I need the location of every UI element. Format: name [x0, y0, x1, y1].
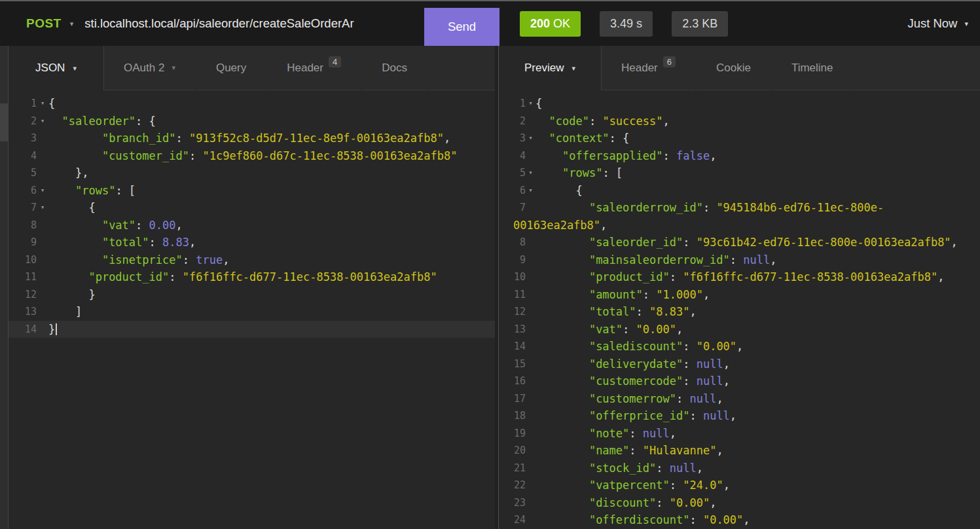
send-button[interactable]: Send: [424, 8, 499, 46]
code-line: 24 "offerdiscount": "0.00",: [499, 511, 980, 529]
fold-gutter: [526, 373, 535, 390]
code-text: "product_id": "f6f16ffc-d677-11ec-8538-0…: [48, 268, 437, 286]
fold-gutter: [37, 251, 48, 269]
line-number: 8: [499, 234, 526, 251]
code-text: "isnetprice": true,: [48, 251, 229, 269]
code-text: "name": "Hulavanne",: [535, 442, 723, 460]
tab-cookie[interactable]: Cookie: [697, 46, 771, 90]
tab-oauth2[interactable]: OAuth 2▾: [104, 46, 195, 90]
fold-arrow-icon[interactable]: ▾: [37, 95, 48, 113]
line-number: 1: [9, 95, 37, 113]
code-text: "saleorder": {: [48, 113, 156, 130]
fold-gutter: [526, 268, 535, 286]
code-text: "rows": [: [48, 182, 136, 200]
line-number: 17: [499, 390, 526, 408]
fold-gutter: [526, 113, 535, 130]
request-url-bar: POST ▾ sti.localhost.local/api/saleorder…: [0, 1, 980, 46]
code-text: "customerrow": null,: [535, 390, 723, 408]
code-line: 18 "offerprice_id": null,: [499, 407, 980, 425]
code-text: "offersapplied": false,: [535, 147, 716, 165]
line-number: 13: [9, 303, 37, 321]
code-line: 2 "code": "success",: [499, 113, 980, 130]
code-text: },: [48, 164, 88, 182]
code-line: 14 "salediscount": "0.00",: [499, 338, 980, 356]
fold-gutter: [37, 164, 48, 182]
fold-gutter: [526, 321, 535, 338]
tab-docs[interactable]: Docs: [362, 46, 427, 90]
response-time-badge: 3.49 s: [600, 11, 653, 37]
line-number: 10: [499, 268, 526, 286]
code-text: "discount": "0.00",: [535, 494, 716, 512]
code-line-wrap: 00163ea2afb8",: [499, 217, 980, 234]
request-url-section: POST ▾ sti.localhost.local/api/saleorder…: [0, 1, 499, 46]
fold-arrow-icon[interactable]: ▾: [526, 164, 535, 182]
response-meta-section: 200 OK 3.49 s 2.3 KB Just Now▾: [499, 1, 980, 46]
response-preview-editor[interactable]: 1▾{2 "code": "success",3▾ "context": {4 …: [499, 90, 980, 529]
tab-header[interactable]: Header6: [602, 46, 695, 90]
line-number: 4: [9, 147, 37, 165]
fold-gutter: [526, 442, 535, 460]
code-text: }: [48, 286, 96, 304]
line-number: 5: [9, 164, 37, 182]
code-line: 3▾ "context": {: [499, 130, 980, 147]
sidebar-drag-handle[interactable]: [0, 103, 8, 141]
code-text: "product_id": "f6f16ffc-d677-11ec-8538-0…: [535, 268, 944, 286]
response-tabs-group: Header6CookieTimeline: [602, 46, 980, 90]
fold-gutter: [526, 303, 535, 321]
response-tabbar: Preview ▾ Header6CookieTimeline: [499, 46, 980, 90]
tab-query[interactable]: Query: [196, 46, 266, 90]
code-line: 8 "vat": 0.00,: [9, 217, 495, 234]
tab-body-type-dropdown[interactable]: JSON ▾: [9, 46, 104, 90]
method-label[interactable]: POST: [0, 16, 62, 31]
line-number: 3: [9, 130, 37, 147]
line-number: 11: [9, 268, 37, 286]
fold-gutter: [37, 130, 48, 147]
code-line: 12 }: [9, 286, 495, 304]
code-text: {: [535, 182, 583, 200]
fold-gutter: [526, 511, 535, 529]
line-number: 3: [499, 130, 526, 147]
fold-arrow-icon[interactable]: ▾: [37, 199, 48, 217]
fold-arrow-icon[interactable]: ▾: [526, 182, 535, 200]
method-chevron-down-icon[interactable]: ▾: [70, 20, 74, 27]
line-number: 5: [499, 164, 526, 182]
line-number: 6: [9, 182, 37, 200]
url-input[interactable]: sti.localhost.local/api/saleorder/create…: [84, 16, 424, 31]
fold-arrow-icon[interactable]: ▾: [526, 95, 535, 113]
code-line: 6▾ "rows": [: [9, 182, 495, 200]
code-text: "saleorderrow_id": "945184b6-ed76-11ec-8…: [535, 199, 884, 217]
fold-gutter: [526, 425, 535, 443]
fold-gutter: [37, 268, 48, 286]
fold-gutter: [526, 407, 535, 425]
code-line: 1▾{: [9, 95, 495, 113]
line-number: 1: [499, 95, 526, 113]
status-code: 200: [530, 17, 550, 30]
line-number: 20: [499, 442, 526, 460]
fold-gutter: [526, 390, 535, 408]
code-text: "vat": 0.00,: [48, 217, 183, 234]
tab-label: Query: [216, 62, 246, 75]
fold-arrow-icon[interactable]: ▾: [37, 113, 48, 130]
preview-chevron-down-icon: ▾: [572, 65, 575, 72]
code-line: 4 "customer_id": "1c9ef860-d67c-11ec-853…: [9, 147, 495, 165]
response-history-label: Just Now: [907, 16, 957, 31]
code-text: "mainsaleorderrow_id": null,: [535, 251, 777, 269]
fold-gutter: [37, 321, 48, 338]
tab-preview-mode-dropdown[interactable]: Preview ▾: [499, 46, 602, 90]
status-text: OK: [553, 17, 570, 30]
request-body-editor[interactable]: 1▾{2▾ "saleorder": {3 "branch_id": "913f…: [9, 90, 495, 529]
line-number: 19: [499, 425, 526, 443]
code-line: 10 "isnetprice": true,: [9, 251, 495, 269]
sidebar-collapsed-strip[interactable]: [0, 46, 9, 529]
code-text: "rows": [: [535, 164, 623, 182]
line-number: 13: [499, 321, 526, 338]
response-history-dropdown[interactable]: Just Now▾: [907, 16, 968, 31]
tab-header[interactable]: Header4: [267, 46, 361, 90]
tabbar-filler: [428, 46, 495, 90]
code-line: 20 "name": "Hulavanne",: [499, 442, 980, 460]
fold-arrow-icon[interactable]: ▾: [526, 130, 535, 147]
code-text: {: [535, 95, 542, 113]
code-text: "customercode": null,: [535, 373, 730, 390]
tab-timeline[interactable]: Timeline: [772, 46, 853, 90]
fold-arrow-icon[interactable]: ▾: [37, 182, 48, 200]
